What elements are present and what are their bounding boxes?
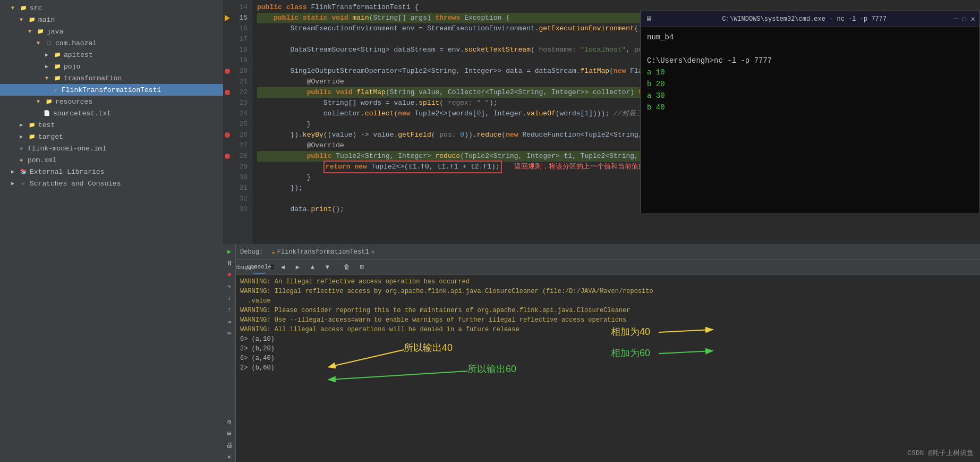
- bp-22: [224, 87, 231, 98]
- cmd-window[interactable]: 🖥 C:\WINDOWS\system32\cmd.exe - nc -l -p…: [640, 11, 980, 213]
- scroll-end-icon[interactable]: ⊞: [355, 261, 368, 274]
- close-panel-icon[interactable]: ✕: [224, 451, 235, 462]
- folder-icon: 📁: [53, 51, 62, 59]
- breakpoint-26[interactable]: [225, 132, 230, 138]
- step-over-icon[interactable]: ↷: [224, 281, 235, 292]
- pause-icon[interactable]: ⏸: [224, 258, 235, 268]
- sidebar-item-external-libraries[interactable]: ▶ 📚 External Libraries: [0, 166, 223, 178]
- cmd-window-controls[interactable]: — ☐ ✕: [953, 14, 975, 23]
- folder-icon: 📁: [28, 132, 36, 141]
- sidebar-item-src[interactable]: ▼ 📁 src: [0, 2, 223, 14]
- resume-icon[interactable]: ▶: [224, 246, 235, 257]
- sidebar-item-pom-xml[interactable]: ◈ pom.xml: [0, 154, 223, 166]
- cmd-content-area: num_b4 C:\Users\dengh>nc -l -p 7777 a 10…: [641, 27, 979, 213]
- console-tab[interactable]: Console: [253, 261, 266, 274]
- chevron-down-icon: ▼: [8, 4, 17, 12]
- current-line-arrow: [225, 15, 230, 21]
- debug-side-toolbar: ▶ ⏸ ■ ↷ ↓ ↑ ⇥ ⌨ ⚙ ⊞ 🖨 ✕: [223, 244, 236, 462]
- prev-icon[interactable]: ◀: [276, 261, 289, 274]
- maximize-button[interactable]: ☐: [962, 14, 966, 23]
- java-file-icon: ☕: [51, 86, 59, 94]
- cmd-line-7: b 40: [647, 102, 973, 113]
- up-icon[interactable]: ▲: [306, 261, 319, 274]
- line-num-20: 20: [232, 66, 251, 77]
- breakpoint-gutter: [223, 0, 232, 244]
- sidebar-item-apitest[interactable]: ▶ 📁 apitest: [0, 49, 223, 61]
- bp-14: [224, 2, 231, 13]
- console-line-8: 2> (b,20): [240, 344, 976, 354]
- next-icon[interactable]: ▶: [291, 261, 304, 274]
- step-into-icon[interactable]: ↓: [224, 293, 235, 304]
- line-num-17: 17: [232, 34, 251, 45]
- breakpoint-20[interactable]: [225, 69, 230, 74]
- close-tab-icon[interactable]: ✕: [371, 249, 374, 255]
- evaluate-icon[interactable]: ⌨: [224, 328, 235, 339]
- sidebar-item-iml[interactable]: ◈ flink-model-one.iml: [0, 142, 223, 154]
- sidebar-item-sourcetest-txt[interactable]: 📄 sourcetest.txt: [0, 107, 223, 119]
- debug-session-tab[interactable]: ☕ FlinkTransformationTest1 ✕: [267, 247, 378, 257]
- separator: [337, 263, 337, 272]
- folder-icon: 📁: [45, 97, 53, 106]
- console-menu-icon[interactable]: ≡: [270, 263, 274, 272]
- cmd-line-4: a 10: [647, 66, 973, 78]
- console-line-4: WARNING: Please consider reporting this …: [240, 306, 976, 315]
- sidebar-item-main[interactable]: ▼ 📁 main: [0, 14, 223, 26]
- bp-27: [224, 140, 231, 151]
- console-line-3: .value: [240, 296, 976, 306]
- chevron-right-icon: ▶: [17, 132, 25, 141]
- console-line-10: 2> (b,60): [240, 363, 976, 373]
- sidebar-item-com-haozai[interactable]: ▼ ⬡ com.haozai: [0, 37, 223, 49]
- sidebar-item-target[interactable]: ▶ 📁 target: [0, 131, 223, 142]
- bp-32: [224, 194, 231, 204]
- settings-icon[interactable]: ⚙: [224, 416, 235, 427]
- debug-label: Debug:: [240, 248, 263, 256]
- bp-18: [224, 45, 231, 55]
- breakpoint-28[interactable]: [225, 154, 230, 159]
- bp-28: [224, 151, 231, 162]
- minimize-button[interactable]: —: [953, 14, 958, 23]
- layout-icon[interactable]: ⊞: [224, 428, 235, 439]
- bp-25: [224, 119, 231, 130]
- line-num-27: 27: [232, 140, 251, 151]
- bp-23: [224, 98, 231, 108]
- chevron-down-icon: ▼: [34, 39, 42, 47]
- line-num-31: 31: [232, 183, 251, 194]
- print-icon[interactable]: 🖨: [224, 440, 235, 450]
- line-num-16: 16: [232, 23, 251, 34]
- chevron-right-icon: ▶: [17, 121, 25, 129]
- clear-icon[interactable]: 🗑: [340, 261, 353, 274]
- sidebar-item-pojo[interactable]: ▶ 📁 pojo: [0, 61, 223, 72]
- cmd-line-3: C:\Users\dengh>nc -l -p 7777: [647, 55, 973, 66]
- folder-icon: 📁: [19, 4, 28, 12]
- down-icon[interactable]: ▼: [321, 261, 334, 274]
- console-line-1: WARNING: An Illegal reflective access op…: [240, 277, 976, 287]
- run-to-cursor-icon[interactable]: ⇥: [224, 316, 235, 327]
- bp-30: [224, 172, 231, 183]
- cmd-line-6: a 30: [647, 90, 973, 102]
- console-toolbar: Debugger Console ≡ ◀ ▶ ▲ ▼ 🗑 ⊞: [236, 260, 980, 275]
- line-num-30: 30: [232, 172, 251, 183]
- step-out-icon[interactable]: ↑: [224, 305, 235, 315]
- sidebar-item-test[interactable]: ▶ 📁 test: [0, 119, 223, 131]
- sidebar-item-resources[interactable]: ▼ 📁 resources: [0, 96, 223, 107]
- scratch-icon: ✏️: [19, 179, 28, 188]
- line-num-18: 18: [232, 45, 251, 55]
- stop-icon[interactable]: ■: [224, 270, 235, 280]
- console-output: WARNING: An Illegal reflective access op…: [236, 275, 980, 462]
- sidebar-item-transformation[interactable]: ▼ 📁 transformation: [0, 72, 223, 84]
- folder-icon: 📁: [53, 74, 62, 82]
- sidebar-item-flink-transformation-test1[interactable]: ☕ FlinkTransformationTest1: [0, 84, 223, 96]
- line-num-23: 23: [232, 98, 251, 108]
- file-icon: 📄: [42, 109, 51, 117]
- bp-20: [224, 66, 231, 77]
- breakpoint-22[interactable]: [225, 90, 230, 95]
- sidebar-item-scratches-consoles[interactable]: ▶ ✏️ Scratches and Consoles: [0, 178, 223, 189]
- xml-icon: ◈: [17, 156, 25, 164]
- cmd-line-1: num_b4: [647, 31, 973, 43]
- console-line-6: WARNING: All illegal access operations w…: [240, 325, 976, 334]
- folder-icon: 📁: [36, 27, 45, 36]
- chevron-right-icon: ▶: [8, 167, 17, 176]
- close-button[interactable]: ✕: [971, 14, 975, 23]
- sidebar-item-java[interactable]: ▼ 📁 java: [0, 26, 223, 37]
- chevron-right-icon: ▶: [8, 179, 17, 188]
